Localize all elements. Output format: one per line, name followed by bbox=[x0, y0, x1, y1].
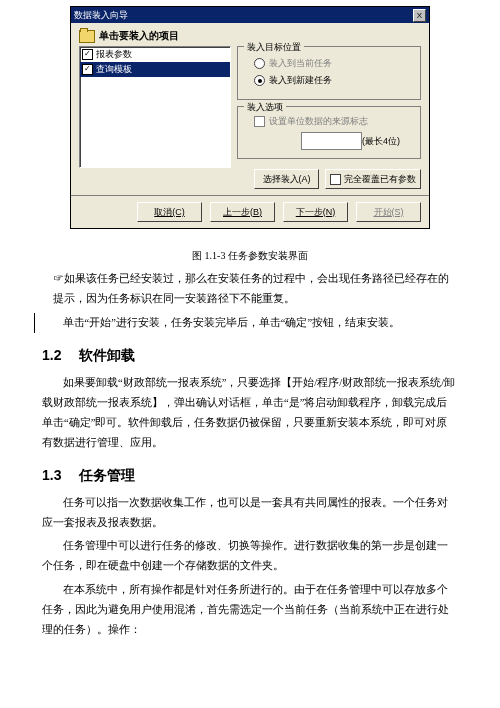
hint-text: (最长4位) bbox=[362, 135, 400, 148]
radio-new-task[interactable]: 装入到新建任务 bbox=[254, 74, 412, 87]
heading-1-3: 1.3任务管理 bbox=[42, 467, 458, 485]
source-flag-checkbox[interactable]: 设置单位数据的来源标志 bbox=[254, 115, 412, 128]
checkbox-icon[interactable]: ✓ bbox=[82, 49, 93, 60]
paragraph: 任务管理中可以进行任务的修改、切换等操作。进行数据收集的第一步是创建一个任务，即… bbox=[42, 536, 458, 576]
paragraph: 单击“开始”进行安装，任务安装完毕后，单击“确定”按钮，结束安装。 bbox=[34, 313, 458, 333]
group-title: 装入选项 bbox=[244, 101, 286, 114]
heading-1-2: 1.2软件卸载 bbox=[42, 347, 458, 365]
group-title: 装入目标位置 bbox=[244, 41, 304, 54]
paragraph: 如果要卸载“财政部统一报表系统”，只要选择【开始/程序/财政部统一报表系统/卸载… bbox=[42, 373, 458, 453]
checkbox-icon bbox=[330, 174, 341, 185]
checkbox-icon[interactable]: ✓ bbox=[82, 64, 93, 75]
radio-current-task[interactable]: 装入到当前任务 bbox=[254, 57, 412, 70]
radio-icon bbox=[254, 75, 265, 86]
overwrite-checkbox[interactable]: 完全覆盖已有参数 bbox=[325, 169, 421, 189]
paragraph: 在本系统中，所有操作都是针对任务所进行的。由于在任务管理中可以存放多个任务，因此… bbox=[42, 580, 458, 640]
close-icon[interactable]: X bbox=[413, 9, 426, 22]
back-button[interactable]: 上一步(B) bbox=[210, 202, 275, 222]
options-group: 装入选项 设置单位数据的来源标志 (最长4位) bbox=[237, 106, 421, 159]
radio-icon bbox=[254, 58, 265, 69]
checkbox-icon bbox=[254, 116, 265, 127]
list-item[interactable]: ✓ 报表参数 bbox=[80, 47, 230, 62]
install-items-list[interactable]: ✓ 报表参数 ✓ 查询模板 bbox=[79, 46, 231, 168]
document-body: 图 1.1-3 任务参数安装界面 ☞如果该任务已经安装过，那么在安装任务的过程中… bbox=[0, 229, 500, 664]
list-item[interactable]: ✓ 查询模板 bbox=[80, 62, 230, 77]
cancel-button[interactable]: 取消(C) bbox=[137, 202, 202, 222]
install-wizard-dialog: 数据装入向导 X 单击要装入的项目 ✓ 报表参数 ✓ 查询模板 装入目标位置 bbox=[70, 6, 430, 229]
start-button[interactable]: 开始(S) bbox=[356, 202, 421, 222]
figure-caption: 图 1.1-3 任务参数安装界面 bbox=[42, 249, 458, 263]
next-button[interactable]: 下一步(N) bbox=[283, 202, 348, 222]
paragraph: ☞如果该任务已经安装过，那么在安装任务的过程中，会出现任务路径已经存在的提示，因… bbox=[42, 269, 458, 309]
dialog-title: 数据装入向导 bbox=[74, 9, 128, 22]
dialog-buttons: 取消(C) 上一步(B) 下一步(N) 开始(S) bbox=[71, 195, 429, 228]
select-install-button[interactable]: 选择装入(A) bbox=[254, 169, 319, 189]
titlebar[interactable]: 数据装入向导 X bbox=[71, 7, 429, 23]
folder-icon bbox=[79, 30, 95, 43]
target-group: 装入目标位置 装入到当前任务 装入到新建任务 bbox=[237, 46, 421, 100]
source-flag-input[interactable] bbox=[301, 132, 362, 150]
paragraph: 任务可以指一次数据收集工作，也可以是一套具有共同属性的报表。一个任务对应一套报表… bbox=[42, 493, 458, 533]
